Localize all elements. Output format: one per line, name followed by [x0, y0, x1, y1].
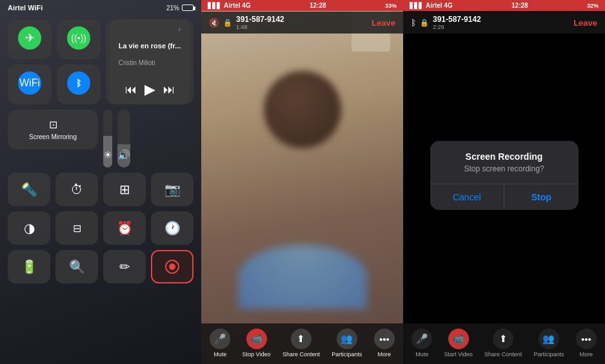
play-icon[interactable]: ▶	[144, 81, 155, 98]
vc-carrier-label: Airtel 4G	[224, 2, 251, 9]
more-label: More	[378, 351, 392, 358]
cc-icon-grid-2: ◑ ⊟ ⏰ 🕐	[8, 211, 193, 245]
edit-tile[interactable]: ✏	[103, 250, 146, 283]
cellular-icon: ((•))	[67, 26, 90, 50]
sr-toolbar: 🎤 Mute 📹 Start Video ⬆ Share Content 👥 P…	[403, 323, 605, 364]
brightness-slider[interactable]: ☀	[103, 110, 112, 168]
sr-more-button[interactable]: ••• More	[576, 329, 597, 358]
sr-video-icon: 📹	[448, 329, 469, 349]
airplane-tile[interactable]: ✈	[8, 19, 52, 59]
cc-left-col: ✈ WiFi	[8, 19, 52, 104]
vc-toolbar: 🎤 Mute 📹 Stop Video ⬆ Share Content 👥 Pa…	[201, 323, 403, 364]
timer-icon: ⏱	[70, 182, 83, 197]
airplane-icon: ✈	[18, 26, 41, 50]
edit-icon: ✏	[119, 259, 130, 274]
vc-call-bar: 🔇 🔒 391-587-9142 1:48 Leave	[201, 12, 403, 34]
screen-record-tile[interactable]	[151, 250, 193, 283]
alarm-tile[interactable]: ⏰	[103, 211, 146, 245]
sr-share-button[interactable]: ⬆ Share Content	[484, 329, 522, 358]
participants-button[interactable]: 👥 Participants	[332, 329, 362, 358]
music-note-badge: ♪	[119, 26, 181, 32]
invert-icon: ◑	[24, 220, 35, 236]
status-right: 21%	[166, 5, 193, 12]
sliders-area: ☀ 🔊	[103, 110, 193, 168]
qr-icon: ⊟	[73, 222, 81, 235]
mute-icon: 🎤	[210, 329, 230, 349]
cancel-button[interactable]: Cancel	[430, 184, 504, 209]
cc-second-row: ⊡ Screen Mirroring ☀ 🔊	[8, 110, 193, 168]
more-button[interactable]: ••• More	[374, 329, 395, 358]
sr-mute-label: Mute	[415, 351, 428, 358]
music-widget[interactable]: ♪ La vie en rose (fr... Cristin Milioti …	[106, 19, 193, 104]
video-call-panel: ▋▋▋ Airtel 4G 12:28 33% 🔇 🔒 391-587-9142…	[201, 0, 403, 364]
invert-colors-tile[interactable]: ◑	[8, 211, 50, 245]
sr-more-icon: •••	[576, 329, 597, 349]
sr-mute-button[interactable]: 🎤 Mute	[412, 329, 432, 358]
vc-number-group: 391-587-9142 1:48	[236, 15, 284, 30]
share-content-button[interactable]: ⬆ Share Content	[283, 329, 320, 358]
music-widget-inner: ♪ La vie en rose (fr... Cristin Milioti …	[110, 19, 190, 104]
sr-share-label: Share Content	[484, 351, 522, 358]
vc-carrier: ▋▋▋ Airtel 4G	[208, 2, 251, 9]
stop-button[interactable]: Stop	[504, 184, 579, 209]
sr-status-left: ▋▋▋ Airtel 4G	[410, 2, 453, 9]
volume-slider[interactable]: 🔊	[117, 110, 130, 168]
magnifier-icon: 🔍	[69, 259, 85, 274]
sr-call-info: ᛒ 🔒 391-587-9142 2:29	[411, 15, 481, 30]
stop-video-button[interactable]: 📹 Stop Video	[243, 329, 271, 358]
flashlight-tile[interactable]: 🔦	[8, 173, 50, 206]
sr-number-group: 391-587-9142 2:29	[433, 15, 481, 30]
sr-time: 12:28	[511, 2, 528, 9]
sr-start-video-button[interactable]: 📹 Start Video	[444, 329, 472, 358]
carrier-label: Airtel WiFi	[8, 4, 43, 12]
sr-bt-icon: ᛒ	[411, 18, 416, 28]
clock-icon: 🕐	[164, 220, 181, 236]
sr-leave-button[interactable]: Leave	[573, 18, 597, 28]
sr-participants-button[interactable]: 👥 Participants	[533, 329, 564, 358]
prev-track-icon[interactable]: ⏮	[125, 83, 137, 97]
vc-call-info: 🔇 🔒 391-587-9142 1:48	[209, 15, 284, 30]
qr-scanner-tile[interactable]: ⊟	[55, 211, 98, 245]
magnifier-tile[interactable]: 🔍	[55, 250, 98, 283]
vc-status-icons: 33%	[385, 3, 397, 9]
screen-recording-dialog: Screen Recording Stop screen recording? …	[430, 140, 579, 209]
vc-status-bar: ▋▋▋ Airtel 4G 12:28 33%	[201, 0, 403, 11]
clock-tile[interactable]: 🕐	[151, 211, 193, 245]
music-song-title: La vie en rose (fr...	[119, 42, 181, 50]
speaker-icon: 🔇	[209, 18, 219, 28]
battery-widget-icon: 🔋	[21, 259, 37, 274]
vc-signal-icon: ▋▋▋	[208, 3, 221, 9]
sr-participants-icon: 👥	[539, 329, 559, 349]
mute-label: Mute	[213, 351, 226, 358]
calculator-tile[interactable]: ⊞	[103, 173, 146, 206]
cellular-tile[interactable]: ((•))	[57, 19, 101, 59]
mute-button[interactable]: 🎤 Mute	[210, 329, 230, 358]
sr-share-icon: ⬆	[493, 329, 513, 349]
record-indicator	[165, 260, 179, 274]
sr-lock-icon: 🔒	[420, 19, 429, 27]
dialog-subtitle: Stop screen recording?	[430, 164, 579, 183]
music-controls: ⏮ ▶ ⏭	[119, 81, 181, 98]
sr-mute-icon: 🎤	[412, 329, 432, 349]
wifi-tile[interactable]: WiFi	[8, 64, 52, 104]
battery-widget-tile[interactable]: 🔋	[8, 250, 50, 283]
cc-icon-grid-1: 🔦 ⏱ ⊞ 📷	[8, 173, 193, 206]
cc-grid: ✈ WiFi ((•)) ᛒ ♪ La vie en rose (fr.	[0, 14, 201, 289]
vc-battery-label: 33%	[385, 3, 397, 9]
bluetooth-tile[interactable]: ᛒ	[57, 64, 101, 104]
record-dot-inner	[169, 263, 175, 270]
sr-battery: 32%	[587, 3, 599, 9]
flashlight-icon: 🔦	[21, 182, 37, 197]
timer-tile[interactable]: ⏱	[55, 173, 98, 206]
cc-bottom-row: 🔋 🔍 ✏	[8, 250, 193, 283]
sr-carrier-label: Airtel 4G	[426, 2, 453, 9]
sr-signal-icon: ▋▋▋	[410, 3, 423, 9]
dialog-title: Screen Recording	[430, 140, 579, 164]
sr-status-bar: ▋▋▋ Airtel 4G 12:28 32%	[403, 0, 605, 11]
sr-start-video-label: Start Video	[444, 351, 472, 358]
cc-mid-col: ((•)) ᛒ	[57, 19, 101, 104]
next-track-icon[interactable]: ⏭	[163, 83, 175, 97]
leave-button[interactable]: Leave	[372, 18, 395, 28]
camera-tile[interactable]: 📷	[151, 173, 193, 206]
screen-mirroring-tile[interactable]: ⊡ Screen Mirroring	[8, 110, 98, 149]
